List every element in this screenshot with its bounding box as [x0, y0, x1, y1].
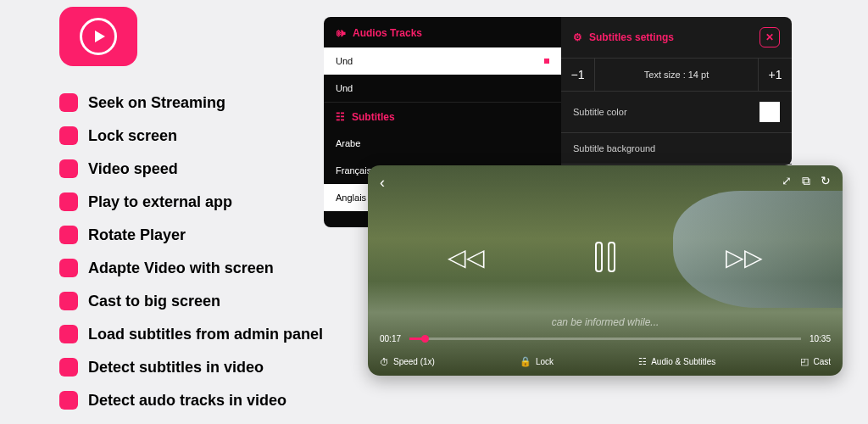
forward-button[interactable]: ▷▷	[726, 243, 763, 271]
lock-button[interactable]: 🔒Lock	[520, 356, 554, 367]
rewind-button[interactable]: ◁◁	[448, 243, 485, 271]
close-button[interactable]: ✕	[760, 27, 780, 47]
increase-size-button[interactable]: +1	[758, 59, 792, 91]
audio-track-item[interactable]: Und	[324, 47, 561, 75]
lock-icon: 🔒	[520, 356, 531, 367]
bullet-icon	[59, 226, 78, 244]
bullet-icon	[59, 292, 78, 310]
progress-bar[interactable]	[409, 338, 801, 340]
subtitle-bg-label: Subtitle background	[573, 143, 655, 153]
bullet-icon	[59, 259, 78, 277]
total-time: 10:35	[810, 334, 831, 343]
subtitle-overlay: can be informed while...	[368, 316, 843, 328]
audio-tracks-title: Audios Tracks	[353, 27, 422, 39]
subtitles-header: ☷ Subtitles	[324, 102, 561, 130]
list-item: Seek on Streaming	[59, 93, 323, 112]
speed-button[interactable]: ⏱Speed (1x)	[380, 356, 435, 367]
bullet-icon	[59, 192, 78, 211]
bullet-icon	[59, 325, 78, 343]
video-player[interactable]: ‹ ⤢ ⧉ ↻ ◁◁ ▷▷ can be informed while... 0…	[368, 165, 843, 376]
feature-text: Adapte Video with screen	[88, 259, 274, 277]
app-logo-icon	[59, 7, 137, 66]
feature-text: Play to external app	[88, 193, 232, 211]
feature-text: Rotate Player	[88, 226, 186, 244]
pause-button[interactable]	[595, 242, 615, 272]
feature-text: Cast to big screen	[88, 293, 220, 310]
speaker-icon: 🕪	[336, 27, 346, 39]
subtitle-label: Anglais	[336, 192, 366, 203]
list-item: Adapte Video with screen	[59, 259, 323, 277]
current-time: 00:17	[380, 334, 401, 343]
lock-label: Lock	[536, 357, 554, 366]
bullet-icon	[59, 93, 78, 112]
audio-track-item[interactable]: Und	[324, 75, 561, 102]
cast-icon: ◰	[800, 356, 809, 367]
external-icon[interactable]: ⧉	[802, 174, 810, 192]
subtitle-settings-panel: ⚙ Subtitles settings ✕ −1 Text size : 14…	[561, 17, 792, 165]
audio-track-label: Und	[336, 56, 353, 66]
list-item: Load subtitles from admin panel	[59, 325, 323, 343]
subtitle-background-row[interactable]: Subtitle background	[561, 133, 792, 165]
feature-text: Load subtitles from admin panel	[88, 326, 323, 343]
subtitle-label: Français	[336, 165, 371, 176]
audio-track-label: Und	[336, 83, 353, 93]
fullscreen-icon[interactable]: ⤢	[782, 174, 792, 192]
subtitle-color-row[interactable]: Subtitle color	[561, 92, 792, 133]
audio-tracks-header: 🕪 Audios Tracks	[324, 17, 561, 47]
subtitle-item[interactable]: Arabe	[324, 130, 561, 157]
subtitles-title: Subtitles	[352, 111, 395, 123]
rotate-icon[interactable]: ↻	[821, 174, 831, 192]
audio-sub-label: Audio & Subtitles	[651, 357, 715, 366]
selected-dot-icon	[544, 59, 549, 64]
subtitle-icon: ☷	[336, 111, 345, 123]
subtitle-settings-header: ⚙ Subtitles settings	[573, 31, 674, 43]
bullet-icon	[59, 358, 78, 377]
subtitle-label: Arabe	[336, 138, 360, 148]
list-item: Cast to big screen	[59, 292, 323, 310]
decrease-size-button[interactable]: −1	[561, 59, 595, 91]
list-item: Lock screen	[59, 126, 323, 145]
bullet-icon	[59, 126, 78, 145]
list-item: Rotate Player	[59, 226, 323, 244]
gear-icon: ⚙	[573, 31, 582, 43]
list-item: Video speed	[59, 159, 323, 178]
cast-label: Cast	[813, 357, 831, 366]
speed-label: Speed (1x)	[393, 357, 435, 366]
list-item: Detect audo tracks in video	[59, 391, 323, 410]
feature-text: Lock screen	[88, 127, 177, 145]
back-icon[interactable]: ‹	[380, 174, 385, 192]
feature-text: Detect subtitles in video	[88, 359, 264, 377]
feature-text: Video speed	[88, 160, 178, 178]
bullet-icon	[59, 391, 78, 410]
subtitle-icon: ☷	[638, 356, 647, 367]
subtitle-settings-title: Subtitles settings	[589, 31, 674, 43]
cast-button[interactable]: ◰Cast	[800, 356, 831, 367]
subtitle-color-label: Subtitle color	[573, 107, 627, 117]
list-item: Detect subtitles in video	[59, 358, 323, 377]
list-item: Play to external app	[59, 192, 323, 211]
feature-text: Seek on Streaming	[88, 94, 225, 112]
bullet-icon	[59, 159, 78, 178]
close-icon: ✕	[765, 31, 774, 43]
feature-text: Detect audo tracks in video	[88, 392, 287, 410]
audio-subtitles-button[interactable]: ☷Audio & Subtitles	[638, 356, 715, 367]
text-size-label: Text size : 14 pt	[595, 59, 758, 91]
feature-list: Seek on Streaming Lock screen Video spee…	[59, 93, 323, 410]
color-swatch	[760, 102, 780, 122]
speed-icon: ⏱	[380, 357, 389, 367]
